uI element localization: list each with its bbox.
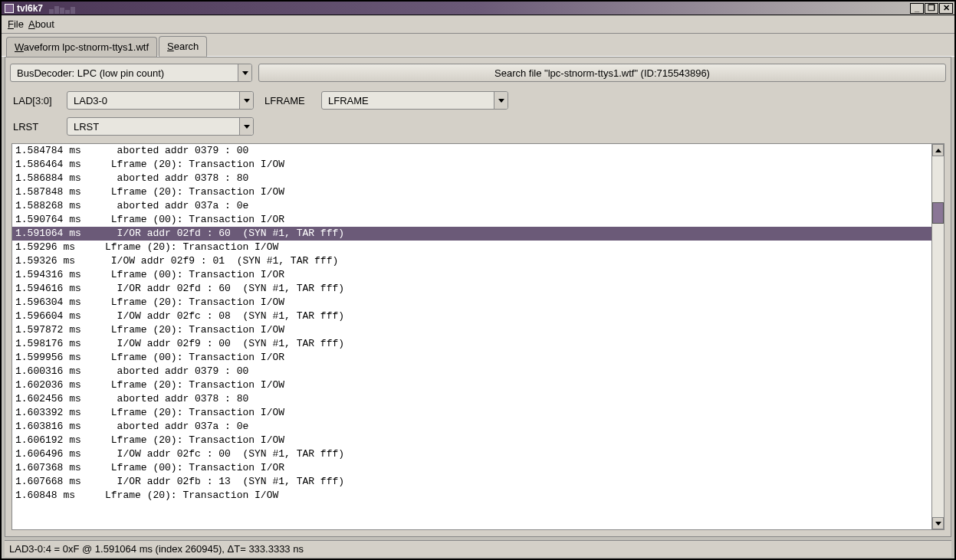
scroll-down-button[interactable] (932, 517, 944, 529)
decoder-combo[interactable]: BusDecoder: LPC (low pin count) (10, 64, 252, 82)
scroll-track[interactable] (932, 156, 944, 517)
lframe-combo[interactable]: LFRAME (321, 91, 508, 110)
result-row[interactable]: 1.59296 ms Lframe (20): Transaction I/OW (12, 241, 931, 254)
tab-waveform[interactable]: Waveform lpc-stnorm-ttys1.wtf (6, 37, 157, 57)
lrst-label: LRST (13, 121, 56, 133)
scroll-thumb[interactable] (932, 202, 944, 224)
result-row[interactable]: 1.607368 ms Lframe (00): Transaction I/O… (12, 461, 931, 475)
vertical-scrollbar[interactable] (931, 144, 944, 529)
result-row[interactable]: 1.594616 ms I/OR addr 02fd : 60 (SYN #1,… (12, 282, 931, 296)
status-text: LAD3-0:4 = 0xF @ 1.591064 ms (index 2609… (9, 543, 304, 555)
result-row[interactable]: 1.586884 ms aborted addr 0378 : 80 (12, 172, 931, 185)
result-row[interactable]: 1.596304 ms Lframe (20): Transaction I/O… (12, 296, 931, 309)
result-row[interactable]: 1.586464 ms Lframe (20): Transaction I/O… (12, 158, 931, 172)
result-row[interactable]: 1.600316 ms aborted addr 0379 : 00 (12, 365, 931, 378)
result-row[interactable]: 1.607668 ms I/OR addr 02fb : 13 (SYN #1,… (12, 475, 931, 489)
titlebar-controls: _ ❐ ✕ (910, 3, 954, 14)
result-row[interactable]: 1.599956 ms Lframe (00): Transaction I/O… (12, 351, 931, 365)
close-button[interactable]: ✕ (939, 3, 953, 14)
result-row[interactable]: 1.597872 ms Lframe (20): Transaction I/O… (12, 323, 931, 337)
menubar: File About (2, 15, 954, 34)
minimize-icon: _ (915, 4, 919, 12)
result-row[interactable]: 1.594316 ms Lframe (00): Transaction I/O… (12, 268, 931, 282)
lframe-combo-text: LFRAME (328, 95, 494, 106)
window-title: tvl6k7 (17, 3, 43, 14)
chevron-down-icon[interactable] (494, 92, 508, 109)
result-row[interactable]: 1.590764 ms Lframe (00): Transaction I/O… (12, 213, 931, 227)
result-row[interactable]: 1.588268 ms aborted addr 037a : 0e (12, 199, 931, 213)
search-file-button[interactable]: Search file "lpc-stnorm-ttys1.wtf" (ID:7… (258, 64, 946, 82)
lad-combo[interactable]: LAD3-0 (67, 91, 254, 110)
result-row[interactable]: 1.602456 ms aborted addr 0378 : 80 (12, 392, 931, 406)
maximize-icon: ❐ (928, 4, 935, 12)
titlebar-left: tvl6k7 (2, 3, 80, 14)
menu-file[interactable]: File (8, 18, 24, 30)
statusbar: LAD3-0:4 = 0xF @ 1.591064 ms (index 2609… (5, 540, 951, 557)
result-row[interactable]: 1.584784 ms aborted addr 0379 : 00 (12, 144, 931, 158)
content-panel: BusDecoder: LPC (low pin count) Search f… (5, 57, 951, 537)
result-row[interactable]: 1.598176 ms I/OW addr 02f9 : 00 (SYN #1,… (12, 337, 931, 351)
tabbar: Waveform lpc-stnorm-ttys1.wtf Search (2, 34, 954, 57)
titlebar[interactable]: tvl6k7 _ ❐ ✕ (2, 2, 954, 15)
result-row[interactable]: 1.603392 ms Lframe (20): Transaction I/O… (12, 406, 931, 420)
lad-combo-text: LAD3-0 (74, 95, 239, 106)
result-row[interactable]: 1.603816 ms aborted addr 037a : 0e (12, 420, 931, 434)
close-icon: ✕ (943, 4, 950, 12)
app-window: tvl6k7 _ ❐ ✕ File About Waveform lpc-stn… (0, 0, 956, 560)
lframe-label: LFRAME (264, 95, 310, 106)
result-row[interactable]: 1.587848 ms Lframe (20): Transaction I/O… (12, 185, 931, 199)
result-row[interactable]: 1.60848 ms Lframe (20): Transaction I/OW (12, 489, 931, 503)
decoder-combo-text: BusDecoder: LPC (low pin count) (17, 67, 238, 79)
app-icon (5, 4, 14, 13)
result-row[interactable]: 1.606496 ms I/OW addr 02fc : 00 (SYN #1,… (12, 447, 931, 461)
chevron-down-icon[interactable] (239, 92, 253, 109)
chevron-down-icon[interactable] (238, 64, 251, 81)
results-list-wrap: 1.584784 ms aborted addr 0379 : 001.5864… (11, 143, 945, 530)
tab-waveform-rest: aveform lpc-stnorm-ttys1.wtf (24, 41, 149, 53)
minimize-button[interactable]: _ (910, 3, 924, 14)
lrst-combo-text: LRST (74, 121, 239, 133)
param-row-2: LRST LRST (5, 117, 951, 143)
results-list[interactable]: 1.584784 ms aborted addr 0379 : 001.5864… (12, 144, 931, 529)
result-row[interactable]: 1.591064 ms I/OR addr 02fd : 60 (SYN #1,… (12, 227, 931, 241)
scroll-up-button[interactable] (932, 144, 944, 156)
search-file-button-label: Search file "lpc-stnorm-ttys1.wtf" (ID:7… (494, 67, 710, 79)
lad-label: LAD[3:0] (13, 95, 56, 106)
result-row[interactable]: 1.596604 ms I/OW addr 02fc : 08 (SYN #1,… (12, 309, 931, 323)
maximize-button[interactable]: ❐ (925, 3, 938, 14)
menu-about[interactable]: About (28, 18, 54, 30)
result-row[interactable]: 1.602036 ms Lframe (20): Transaction I/O… (12, 378, 931, 392)
tab-search[interactable]: Search (159, 36, 207, 57)
param-row-1: LAD[3:0] LAD3-0 LFRAME LFRAME (5, 88, 951, 117)
result-row[interactable]: 1.606192 ms Lframe (20): Transaction I/O… (12, 434, 931, 447)
lrst-combo[interactable]: LRST (67, 117, 254, 136)
toolbar-row: BusDecoder: LPC (low pin count) Search f… (5, 57, 951, 88)
result-row[interactable]: 1.59326 ms I/OW addr 02f9 : 01 (SYN #1, … (12, 254, 931, 268)
titlebar-deco-icon (49, 3, 80, 14)
chevron-down-icon[interactable] (239, 118, 253, 135)
